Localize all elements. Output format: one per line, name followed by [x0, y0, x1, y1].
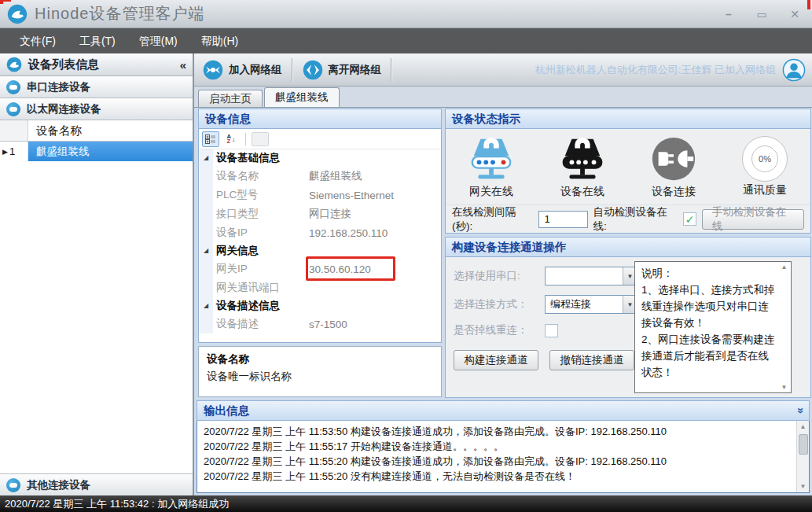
propertygrid-toolbar: A Z ↓	[199, 129, 441, 149]
leave-network-group-button[interactable]: 离开网络组	[294, 56, 390, 84]
menu-file[interactable]: 文件(F)	[8, 28, 68, 53]
device-connect-icon	[649, 134, 698, 183]
column-device-name: 设备名称	[28, 120, 193, 141]
tab-home[interactable]: 启动主页	[198, 90, 263, 107]
property-row[interactable]: 设备IP 192.168.250.110	[199, 223, 441, 242]
sidebar-title: 设备列表信息	[28, 57, 180, 72]
expander-icon[interactable]: ◢	[199, 242, 213, 260]
join-network-icon	[202, 59, 224, 81]
sidebar-item-serial-devices[interactable]: 串口连接设备	[0, 76, 193, 98]
main-toolbar: 加入网络组 离开网络组 杭州新松机器人自动化有限公司:王佳辉 已加入网络组	[194, 53, 812, 87]
scroll-down-icon[interactable]: ▼	[800, 481, 806, 492]
device-status-header: 设备状态指示	[445, 109, 811, 129]
categorized-view-icon[interactable]	[202, 131, 219, 147]
user-status-text: 杭州新松机器人自动化有限公司:王佳辉 已加入网络组	[535, 63, 776, 77]
comm-quality-gauge: 0%	[742, 136, 788, 182]
build-channel-button[interactable]: 构建连接通道	[454, 350, 538, 370]
status-bar-text: 2020/7/22 星期三 上午 11:53:42 : 加入网络组成功	[5, 497, 229, 511]
category-basic-info[interactable]: ◢ 设备基础信息	[199, 149, 441, 167]
indicator-device-connect: 设备连接	[628, 129, 719, 204]
revoke-channel-button[interactable]: 撤销连接通道	[549, 350, 634, 370]
reconnect-label: 是否掉线重连：	[454, 323, 538, 337]
sidebar-header: 设备列表信息 «	[0, 53, 193, 76]
interval-label: 在线检测间隔(秒):	[452, 205, 533, 234]
tab-device[interactable]: 麒盛组装线	[264, 87, 340, 107]
indicator-comm-quality: 0% 通讯质量	[719, 129, 810, 204]
alphabetical-sort-icon[interactable]: A Z ↓	[222, 131, 240, 147]
window-title: Hinode设备管理客户端	[35, 3, 204, 24]
menu-help[interactable]: 帮助(H)	[189, 28, 250, 53]
menu-manage[interactable]: 管理(M)	[127, 28, 189, 53]
scroll-up-icon[interactable]: ▲	[800, 421, 806, 433]
serial-port-select[interactable]: ▼	[545, 267, 637, 285]
join-network-group-button[interactable]: 加入网络组	[194, 56, 290, 84]
category-description-info[interactable]: ◢ 设备描述信息	[199, 297, 441, 315]
expander-icon[interactable]: ◢	[199, 297, 213, 315]
build-channel-panel: 构建设备连接通道操作 选择使用串口: ▼ 选择连接方式： 编程连接 ▼	[445, 237, 811, 398]
output-scrollbar[interactable]: ▲ ▼	[796, 421, 809, 492]
device-info-panel: 设备信息 A	[198, 109, 442, 397]
property-pages-icon	[252, 132, 269, 146]
user-avatar-icon	[782, 58, 806, 82]
row-marker-icon: ▶	[2, 148, 8, 156]
property-row[interactable]: PLC型号 Siemens-Ethernet	[199, 186, 441, 204]
scrollbar-thumb[interactable]	[799, 434, 808, 455]
device-table: 设备名称 ▶ 1 麒盛组装线	[0, 120, 193, 473]
device-name-cell[interactable]: 麒盛组装线	[28, 142, 193, 161]
main-content: 设备信息 A	[194, 107, 812, 495]
device-table-header: 设备名称	[0, 120, 193, 142]
red-highlight-annotation	[306, 256, 395, 281]
toolbar-separator	[391, 58, 391, 82]
log-line: 2020/7/22 星期三 上午 11:55:17 开始构建设备连接通道。。。。…	[204, 439, 793, 454]
property-row[interactable]: 网关通讯端口	[199, 278, 441, 297]
property-row[interactable]: 设备描述 s7-1500	[199, 315, 441, 333]
property-row[interactable]: 设备名称 麒盛组装线	[199, 167, 441, 186]
app-window: Hinode设备管理客户端 – ▭ ✕ 文件(F) 工具(T) 管理(M) 帮助…	[0, 0, 812, 512]
gateway-online-icon	[467, 134, 516, 183]
red-annotation-mark-topright	[807, 0, 810, 9]
collapse-panel-icon[interactable]: «	[793, 407, 806, 414]
property-row-gateway-ip[interactable]: 网关IP 30.50.60.120	[199, 260, 441, 278]
expander-icon[interactable]: ◢	[199, 149, 213, 167]
menu-tools[interactable]: 工具(T)	[68, 28, 127, 53]
manual-detect-button[interactable]: 手动检测设备在线	[702, 209, 804, 230]
property-row[interactable]: 接口类型 网口连接	[199, 204, 441, 223]
log-line: 2020/7/22 星期三 上午 11:55:20 没有构建连接通道，无法自动检…	[204, 469, 793, 484]
minimize-icon[interactable]: –	[721, 8, 737, 20]
tab-strip: 启动主页 麒盛组装线	[194, 87, 812, 107]
sidebar-item-other-devices[interactable]: 其他连接设备	[0, 473, 193, 495]
connect-mode-select[interactable]: 编程连接 ▼	[545, 295, 637, 314]
device-list-sidebar: 设备列表信息 « 串口连接设备 以太网连接设备 设备名称 ▶ 1 麒盛组装线	[0, 53, 194, 495]
app-logo-icon	[7, 4, 28, 24]
interval-input[interactable]: 1	[538, 211, 587, 228]
other-device-icon	[6, 478, 20, 492]
output-log: 2020/7/22 星期三 上午 11:53:50 构建设备连接通道成功，添加设…	[197, 421, 810, 493]
build-channel-header: 构建设备连接通道操作	[445, 237, 811, 257]
scroll-up-icon[interactable]: ▲	[781, 263, 788, 271]
leave-network-icon	[302, 59, 324, 81]
log-line: 2020/7/22 星期三 上午 11:53:50 构建设备连接通道成功，添加设…	[204, 424, 793, 439]
connect-mode-label: 选择连接方式：	[454, 297, 538, 311]
indicator-gateway-online: 网关在线	[446, 129, 537, 204]
toolbar-separator	[292, 58, 292, 82]
close-icon[interactable]: ✕	[787, 8, 803, 20]
device-row-selected[interactable]: ▶ 1 麒盛组装线	[0, 142, 193, 161]
auto-detect-checkbox[interactable]: ✓	[683, 212, 696, 226]
output-panel: 输出信息 « 2020/7/22 星期三 上午 11:53:50 构建设备连接通…	[197, 400, 810, 493]
note-scrollbar[interactable]: ▲ ▼	[779, 263, 789, 391]
checkmark-icon: ✓	[685, 214, 695, 225]
reconnect-checkbox[interactable]	[545, 324, 558, 337]
serial-device-icon	[6, 80, 20, 94]
sidebar-item-ethernet-devices[interactable]: 以太网连接设备	[0, 98, 193, 120]
device-list-icon	[6, 57, 22, 72]
auto-detect-label: 自动检测设备在线:	[593, 205, 678, 234]
scroll-down-icon[interactable]: ▼	[781, 384, 788, 391]
comm-quality-value: 0%	[751, 145, 778, 172]
instructions-box: 说明： 1、选择串口、连接方式和掉线重连操作选项只对串口连接设备有效！ 2、网口…	[634, 261, 792, 393]
ethernet-device-icon	[6, 102, 20, 116]
log-line: 2020/7/22 星期三 上午 11:55:20 构建设备连接通道成功，添加设…	[204, 454, 793, 469]
collapse-sidebar-icon[interactable]: «	[180, 58, 186, 72]
maximize-icon[interactable]: ▭	[754, 8, 770, 20]
indicator-device-online: 设备在线	[537, 129, 628, 204]
title-bar: Hinode设备管理客户端 – ▭ ✕	[0, 0, 812, 28]
